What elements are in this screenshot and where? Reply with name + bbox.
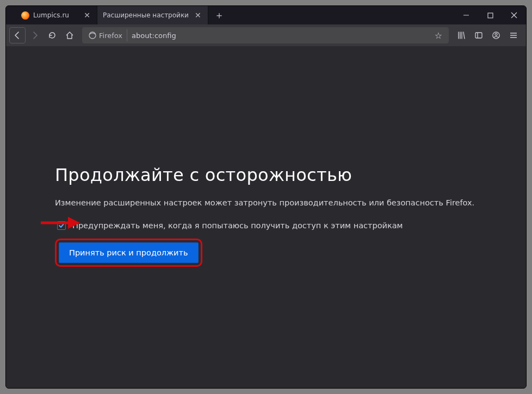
close-tab-icon[interactable]: ✕: [82, 10, 92, 20]
tab-label: Расширенные настройки: [103, 11, 189, 19]
about-config-warning: Продолжайте с осторожностью Изменение ра…: [6, 46, 526, 388]
accept-risk-button[interactable]: Принять риск и продолжить: [59, 242, 199, 263]
firefox-icon: [89, 32, 96, 39]
minimize-button[interactable]: [454, 6, 478, 24]
warning-checkbox-label: Предупреждать меня, когда я попытаюсь по…: [72, 221, 403, 230]
svg-marker-13: [68, 217, 80, 229]
app-menu-button[interactable]: [505, 27, 522, 43]
warning-checkbox-row: Предупреждать меня, когда я попытаюсь по…: [57, 221, 526, 230]
favicon-icon: [21, 11, 29, 20]
maximize-button[interactable]: [478, 6, 502, 24]
home-button[interactable]: [61, 27, 78, 43]
tab-lumpics[interactable]: Lumpics.ru ✕: [16, 6, 97, 24]
close-tab-icon[interactable]: ✕: [193, 10, 203, 20]
svg-rect-1: [488, 13, 493, 18]
svg-rect-5: [475, 33, 482, 38]
identity-box[interactable]: Firefox: [84, 29, 127, 41]
sidebar-button[interactable]: [471, 27, 487, 43]
browser-window: Lumpics.ru ✕ Расширенные настройки ✕ ＋: [5, 5, 527, 389]
svg-point-8: [495, 33, 497, 35]
new-tab-button[interactable]: ＋: [211, 7, 228, 24]
annotation-arrow-icon: [39, 215, 80, 231]
back-button[interactable]: [9, 27, 26, 43]
forward-button[interactable]: [27, 27, 43, 43]
warning-heading: Продолжайте с осторожностью: [55, 165, 526, 185]
bookmark-star-icon[interactable]: ☆: [430, 30, 447, 41]
identity-label: Firefox: [99, 32, 122, 40]
url-bar[interactable]: Firefox about:config ☆: [82, 27, 449, 43]
library-button[interactable]: [453, 27, 469, 43]
annotation-highlight: Принять риск и продолжить: [55, 239, 202, 267]
window-controls: [454, 6, 526, 24]
url-text: about:config: [127, 32, 430, 40]
warning-description: Изменение расширенных настроек может зат…: [55, 198, 526, 207]
tab-about-config[interactable]: Расширенные настройки ✕: [97, 5, 208, 24]
close-window-button[interactable]: [502, 6, 526, 24]
navigation-toolbar: Firefox about:config ☆: [6, 24, 526, 46]
tab-label: Lumpics.ru: [33, 11, 78, 19]
account-button[interactable]: [488, 27, 504, 43]
toolbar-right: [453, 27, 523, 43]
reload-button[interactable]: [44, 27, 60, 43]
tab-strip: Lumpics.ru ✕ Расширенные настройки ✕ ＋: [6, 6, 526, 24]
